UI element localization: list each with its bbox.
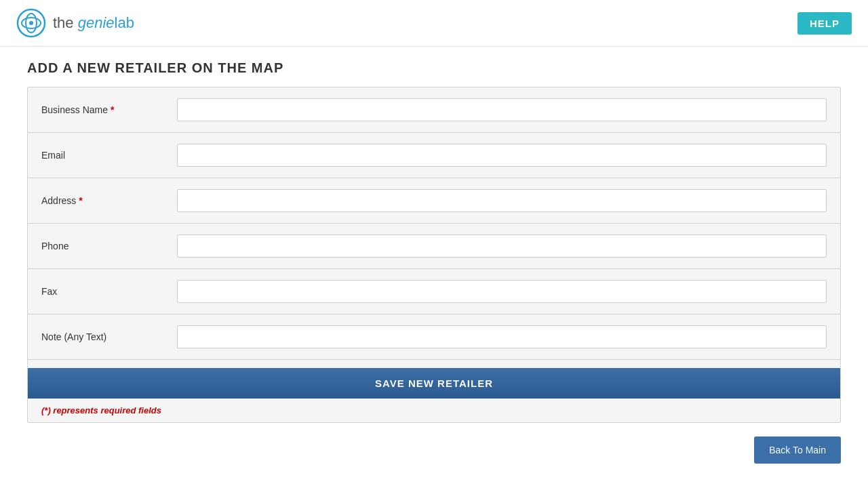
help-button[interactable]: HELP — [797, 12, 852, 35]
required-fields-note: (*) represents required fields — [28, 399, 840, 422]
back-to-main-button[interactable]: Back To Main — [754, 436, 841, 464]
logo-icon — [16, 8, 46, 38]
page-title: ADD A NEW RETAILER ON THE MAP — [0, 47, 868, 87]
business-name-row: Business Name * — [28, 87, 840, 133]
logo-lab: lab — [115, 14, 134, 31]
address-row: Address * — [28, 178, 840, 224]
fax-row: Fax — [28, 269, 840, 314]
phone-input[interactable] — [177, 235, 827, 258]
back-button-container: Back To Main — [0, 423, 868, 477]
business-name-label: Business Name * — [41, 104, 177, 115]
header: the genielab HELP — [0, 0, 868, 47]
business-name-required: * — [111, 104, 114, 115]
note-label: Note (Any Text) — [41, 331, 177, 342]
fax-label: Fax — [41, 286, 177, 297]
address-label: Address * — [41, 195, 177, 206]
save-new-retailer-button[interactable]: SAVE NEW RETAILER — [28, 368, 840, 399]
phone-row: Phone — [28, 224, 840, 269]
email-input[interactable] — [177, 144, 827, 167]
logo-the: the — [53, 14, 78, 31]
retailer-form: Business Name * Email Address * Phone Fa… — [27, 87, 841, 423]
business-name-input[interactable] — [177, 98, 827, 121]
logo: the genielab — [16, 8, 134, 38]
logo-text: the genielab — [53, 14, 134, 32]
email-label: Email — [41, 150, 177, 161]
logo-genie: genie — [78, 14, 115, 31]
svg-point-3 — [29, 21, 33, 25]
note-row: Note (Any Text) — [28, 314, 840, 360]
fax-input[interactable] — [177, 280, 827, 303]
address-required: * — [79, 195, 82, 206]
phone-label: Phone — [41, 241, 177, 251]
email-row: Email — [28, 133, 840, 178]
save-button-row: SAVE NEW RETAILER — [28, 360, 840, 399]
note-input[interactable] — [177, 325, 827, 348]
address-input[interactable] — [177, 189, 827, 212]
